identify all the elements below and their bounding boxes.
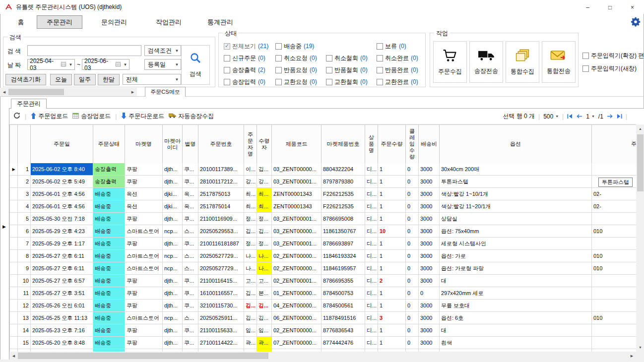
cell-option[interactable]: 상담실	[440, 213, 592, 225]
cell-ship[interactable]: 3000	[419, 225, 440, 238]
cell-mpn[interactable]: 8786693897	[322, 238, 365, 250]
column-header-status[interactable]: 주문상태	[93, 125, 125, 164]
cell-orderer[interactable]: 김...	[244, 312, 257, 324]
cell-receiver[interactable]: 강...	[257, 176, 272, 188]
cell-option[interactable]: 대	[440, 324, 592, 337]
cell-phone[interactable]: 02-	[592, 200, 636, 213]
cell-pname[interactable]: 디...	[365, 262, 378, 275]
status-checkbox[interactable]: 반품철회(0)	[326, 66, 377, 74]
cell-market[interactable]: 쿠팡	[125, 324, 163, 337]
cell-status[interactable]: 배송중	[93, 238, 125, 250]
cell-mpn[interactable]: F226212535	[322, 200, 365, 213]
cell-date[interactable]: 2025-06-02 오후 5:49	[31, 176, 93, 188]
cell-receiver[interactable]: 김...	[257, 225, 272, 238]
cell-market[interactable]: 쿠팡	[125, 238, 163, 250]
cell-receiver[interactable]: 곽...	[257, 337, 272, 349]
cell-market[interactable]: 스마트스토어	[125, 312, 163, 324]
date-to-picker[interactable]: 2025-06-03 ▼	[82, 59, 129, 70]
cell-option[interactable]: 옵션: 6호	[440, 312, 592, 324]
cell-alias[interactable]: 쿠...	[183, 337, 198, 349]
toolbar-button-autotruck[interactable]: 자동송장수집	[169, 112, 214, 121]
cell-claim[interactable]: 0	[406, 262, 419, 275]
cell-status[interactable]: 배송중	[93, 262, 125, 275]
tab-order-mgmt[interactable]: 주문관리	[11, 99, 47, 109]
cell-order_no[interactable]: 2517875014	[198, 200, 244, 213]
cell-n[interactable]: 1	[18, 163, 31, 176]
cell-mid[interactable]: ncp...	[163, 262, 183, 275]
cell-receiver[interactable]: 정...	[257, 238, 272, 250]
cell-order_no[interactable]: 20250527729...	[198, 250, 244, 262]
work-button-cart[interactable]: 주문수집	[433, 41, 467, 83]
cell-pcode[interactable]: ZENT00001343	[272, 188, 322, 200]
cell-alias[interactable]: 스...	[183, 250, 198, 262]
cell-order_no[interactable]: 28100117212...	[198, 176, 244, 188]
cell-order_no[interactable]: 32100115730...	[198, 300, 244, 312]
close-button[interactable]: ×	[621, 0, 644, 14]
page-number-select[interactable]: 1 ▼	[586, 113, 595, 120]
cell-receiver[interactable]: 본...	[257, 287, 272, 300]
cell-status[interactable]: 배송중	[93, 275, 125, 287]
cell-pcode[interactable]: 01_ZENT00000...	[272, 287, 322, 300]
column-header-n[interactable]	[18, 125, 31, 164]
cell-mpn[interactable]: 11878491516	[322, 312, 365, 324]
cell-alias[interactable]: 스...	[183, 225, 198, 238]
cell-pcode[interactable]: 07_ZENT00000...	[272, 337, 322, 349]
status-checkbox[interactable]: 송장출력(2)	[224, 66, 275, 74]
cell-date[interactable]: 2025-05-29 오후 1:17	[31, 238, 93, 250]
cell-phone[interactable]	[592, 300, 636, 312]
column-header-claim[interactable]: 클레임수량	[406, 125, 419, 164]
cell-orderer[interactable]: 곽...	[244, 337, 257, 349]
cell-phone[interactable]	[592, 324, 636, 337]
one-week-button[interactable]: 일주	[74, 74, 96, 85]
cell-order_no[interactable]: 27100114422...	[198, 337, 244, 349]
cell-orderer[interactable]: 김...	[244, 287, 257, 300]
cell-claim[interactable]: 0	[406, 324, 419, 337]
cell-mpn[interactable]: 8797879380	[322, 176, 365, 188]
cell-market[interactable]: 스마트스토어	[125, 250, 163, 262]
column-header-orderer[interactable]: 주문자명	[244, 125, 257, 164]
cell-indicator[interactable]	[10, 275, 18, 287]
cell-alias[interactable]: 스...	[183, 312, 198, 324]
toolbar-button-upload[interactable]: 주문업로드	[31, 112, 68, 121]
cell-orderer[interactable]: 임...	[244, 324, 257, 337]
maximize-button[interactable]: □	[599, 0, 621, 14]
cell-pname[interactable]: 디...	[365, 238, 378, 250]
page-size-select[interactable]: 500 ▼	[543, 113, 559, 120]
cell-orderer[interactable]: 정...	[244, 213, 257, 225]
scrollbar-thumb[interactable]	[637, 134, 644, 191]
cell-pname[interactable]: 디...	[365, 176, 378, 188]
cell-receiver[interactable]: 김...	[257, 163, 272, 176]
cell-order_no[interactable]: 2100116181887	[198, 238, 244, 250]
cell-pcode[interactable]: 03_ZENT00001...	[272, 176, 322, 188]
cell-status[interactable]: 배송중	[93, 312, 125, 324]
cell-indicator[interactable]	[10, 312, 18, 324]
cell-date[interactable]: 2025-06-01 오후 4:56	[31, 200, 93, 213]
work-button-mail[interactable]: 통합전송	[542, 41, 576, 83]
cell-indicator[interactable]	[10, 250, 18, 262]
cell-alias[interactable]: 쿠...	[183, 275, 198, 287]
cell-ship[interactable]: 3000	[419, 275, 440, 287]
cell-claim[interactable]: 0	[406, 188, 419, 200]
cell-mid[interactable]: djth...	[163, 287, 183, 300]
cell-ship[interactable]: 3000	[419, 188, 440, 200]
cell-qty[interactable]: 1	[378, 163, 406, 176]
cell-pcode[interactable]: 03_ZENT00001...	[272, 213, 322, 225]
status-checkbox[interactable]: 배송중(19)	[275, 42, 326, 51]
cell-qty[interactable]: 1	[378, 337, 406, 349]
cell-option[interactable]: 옵션: 75x40mm	[440, 225, 592, 238]
cell-market[interactable]: 쿠팡	[125, 275, 163, 287]
cell-order_no[interactable]: 16100116557...	[198, 287, 244, 300]
cell-qty[interactable]: 1	[378, 287, 406, 300]
cell-qty[interactable]: 1	[378, 262, 406, 275]
cell-n[interactable]: 3	[18, 188, 31, 200]
status-checkbox[interactable]: 신규주문(0)	[224, 54, 275, 62]
cell-alias[interactable]: 옥...	[183, 200, 198, 213]
search-condition-select[interactable]: 검색조건 ▼	[144, 45, 181, 56]
one-month-button[interactable]: 한달	[98, 74, 120, 85]
collapse-panel-button[interactable]: ▶	[1, 221, 7, 232]
cell-qty[interactable]: 1	[378, 324, 406, 337]
cell-phone[interactable]	[592, 163, 636, 176]
cell-qty[interactable]: 3	[378, 312, 406, 324]
current-row-indicator[interactable]: ▶	[10, 163, 18, 176]
cell-orderer[interactable]: 이...	[244, 163, 257, 176]
